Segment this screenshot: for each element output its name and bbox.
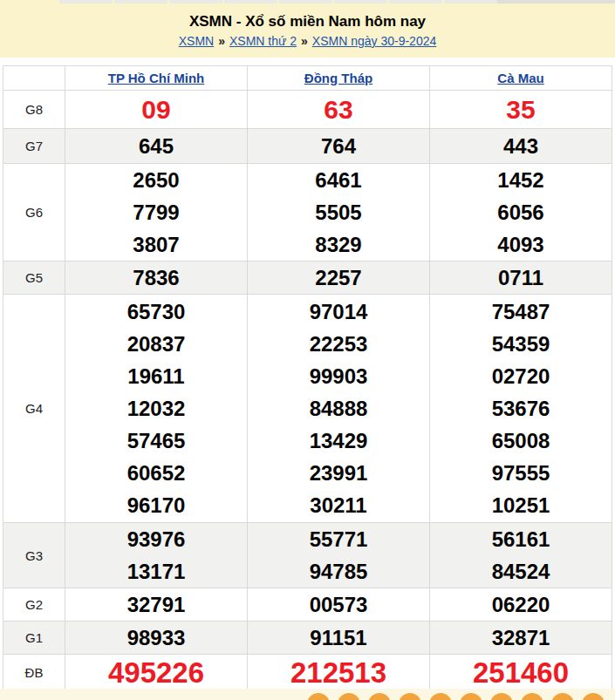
result-cell: 646155058329 [248,164,430,262]
result-cell: 5577194785 [248,523,430,588]
orange-ball-icon [582,693,605,700]
result-number: 495226 [65,656,247,690]
result-cell: 98933 [65,622,248,655]
prize-row-G8: G8096335 [3,91,612,129]
result-number: 09 [65,92,247,127]
result-number: 55771 [248,523,429,555]
result-number: 5505 [248,196,429,228]
orange-ball-icon [551,693,574,700]
result-cell: 65730208371961112032574656065296170 [65,295,248,523]
prize-label: G6 [3,164,65,262]
orange-ball-icon [460,693,482,700]
breadcrumb-link-1[interactable]: XSMN thứ 2 [229,34,297,48]
breadcrumb-link-0[interactable]: XSMN [179,34,214,48]
result-cell: 495226 [65,655,248,691]
orange-ball-icon [307,693,330,700]
column-header-0: TP Hồ Chí Minh [65,66,248,91]
prize-label: G5 [3,262,65,295]
result-cell: 9397613171 [65,523,248,588]
orange-ball-icon [490,693,513,700]
result-number: 35 [430,92,612,127]
prize-label-header [3,66,65,91]
column-header-link-1[interactable]: Đồng Tháp [304,71,372,85]
prize-row-G2: G2327910057306220 [3,588,612,622]
prize-label: ĐB [3,655,65,691]
result-cell: 06220 [430,588,612,622]
result-number: 22253 [248,328,429,360]
result-number: 8329 [248,228,429,261]
page-title: XSMN - Xổ số miền Nam hôm nay [0,3,615,31]
breadcrumb: XSMN»XSMN thứ 2»XSMN ngày 30-9-2024 [0,33,615,50]
result-cell: 5616184524 [430,523,612,588]
column-header-2: Cà Mau [430,66,612,91]
prize-label: G2 [3,588,65,622]
result-cell: 212513 [248,655,430,691]
results-table: TP Hồ Chí MinhĐồng ThápCà Mau G8096335G7… [3,65,612,691]
result-number: 57465 [65,425,247,457]
prize-row-G4: G465730208371961112032574656065296170970… [3,295,612,523]
result-cell: 75487543590272053676650089755510251 [430,295,612,523]
result-number: 32871 [430,622,612,654]
result-cell: 2257 [248,262,430,295]
result-number: 00573 [248,588,429,621]
orange-ball-icon [338,693,360,700]
prize-label: G3 [3,523,65,588]
result-number: 645 [65,130,247,162]
orange-ball-icon [521,693,543,700]
result-number: 54359 [430,328,612,360]
result-cell: 91151 [248,622,430,655]
result-cell: 32791 [65,588,248,622]
result-number: 1452 [430,164,612,196]
prize-row-G7: G7645764443 [3,129,612,164]
column-header-link-2[interactable]: Cà Mau [497,71,543,85]
prize-row-G3: G3939761317155771947855616184524 [3,523,612,588]
result-number: 6056 [430,196,612,228]
result-number: 97014 [248,296,429,328]
column-header-link-0[interactable]: TP Hồ Chí Minh [108,71,205,85]
result-cell: 00573 [248,588,430,622]
result-number: 93976 [65,523,247,555]
breadcrumb-link-2[interactable]: XSMN ngày 30-9-2024 [312,34,436,48]
prize-row-G5: G5783622570711 [3,262,612,295]
result-number: 84888 [248,392,429,425]
orange-ball-icon [368,693,391,700]
column-header-1: Đồng Tháp [248,66,430,91]
result-number: 84524 [430,555,612,588]
prize-row-G1: G1989339115132871 [3,622,612,655]
result-cell: 265077993807 [65,164,248,262]
prize-label: G8 [3,91,65,129]
result-number: 2650 [65,164,247,196]
result-cell: 764 [248,129,430,164]
result-number: 19611 [65,360,247,392]
result-cell: 443 [430,129,612,164]
result-cell: 0711 [430,262,612,295]
prize-row-G6: G6265077993807646155058329145260564093 [3,164,612,262]
result-number: 443 [430,130,612,162]
result-number: 97555 [430,457,612,489]
prize-label: G1 [3,622,65,655]
bottom-strip [0,689,615,700]
result-number: 12032 [65,392,247,425]
orange-ball-icon [429,693,452,700]
result-number: 30211 [248,489,429,521]
result-number: 0711 [430,262,612,294]
result-cell: 09 [65,91,248,129]
result-number: 7799 [65,196,247,228]
result-number: 94785 [248,555,429,588]
result-number: 10251 [430,489,612,521]
prize-label: G7 [3,129,65,164]
result-number: 6461 [248,164,429,196]
result-number: 02720 [430,360,612,392]
result-number: 764 [248,130,429,162]
result-number: 251460 [430,656,612,690]
result-cell: 97014222539990384888134292399130211 [248,295,430,523]
result-number: 4093 [430,228,612,261]
result-number: 98933 [65,622,247,654]
result-number: 96170 [65,489,247,521]
result-number: 2257 [248,262,429,294]
table-header-row: TP Hồ Chí MinhĐồng ThápCà Mau [3,66,612,91]
result-number: 3807 [65,228,247,261]
header-band: XSMN - Xổ số miền Nam hôm nay XSMN»XSMN … [0,3,615,58]
prize-label: G4 [3,295,65,523]
result-number: 65008 [430,425,612,457]
